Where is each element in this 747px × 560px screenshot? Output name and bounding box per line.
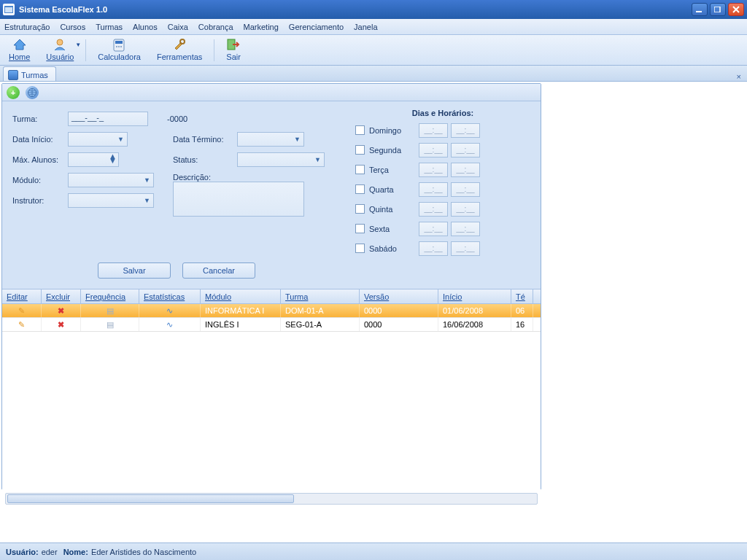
day-checkbox[interactable] bbox=[355, 145, 365, 155]
menu-turmas[interactable]: Turmas bbox=[96, 23, 123, 31]
grid-cell: 16 bbox=[511, 318, 533, 331]
grid-cell[interactable]: ▤ bbox=[81, 304, 139, 317]
grid-cell[interactable]: ✎ bbox=[2, 318, 42, 331]
day-checkbox[interactable] bbox=[355, 184, 365, 194]
svg-rect-3 bbox=[714, 7, 720, 12]
time-to-input[interactable]: __:__ bbox=[451, 163, 480, 177]
grid-cell[interactable]: ∿ bbox=[139, 318, 201, 331]
globe-button[interactable] bbox=[26, 86, 39, 99]
day-label: Sabádo bbox=[369, 244, 416, 253]
menu-caixa[interactable]: Caixa bbox=[168, 23, 188, 31]
day-row: Sabádo __:__ __:__ bbox=[355, 238, 530, 258]
turma-label: Turma: bbox=[12, 114, 68, 123]
toolbar-ferramentas[interactable]: Ferramentas bbox=[152, 37, 206, 63]
maximize-button[interactable] bbox=[710, 3, 726, 16]
grid-header[interactable]: Té bbox=[511, 289, 533, 303]
grid-header[interactable]: Módulo bbox=[201, 289, 281, 303]
descricao-input[interactable] bbox=[173, 182, 304, 217]
time-to-input[interactable]: __:__ bbox=[451, 182, 480, 197]
day-checkbox[interactable] bbox=[355, 224, 365, 233]
day-label: Domingo bbox=[369, 126, 416, 135]
chevron-down-icon: ▼ bbox=[314, 156, 321, 163]
grid-cell[interactable]: ✖ bbox=[42, 304, 81, 317]
table-row[interactable]: ✎✖▤∿INFORMÁTICA IDOM-01-A000001/06/20080… bbox=[2, 304, 541, 318]
menu-cursos[interactable]: Cursos bbox=[60, 23, 85, 31]
day-checkbox[interactable] bbox=[355, 125, 365, 135]
svg-marker-6 bbox=[14, 39, 26, 50]
cancelar-button[interactable]: Cancelar bbox=[182, 262, 255, 279]
grid-cell[interactable]: ✎ bbox=[2, 304, 42, 317]
grid-header[interactable]: Excluir bbox=[42, 289, 81, 303]
toolbar-calculadora[interactable]: Calculadora bbox=[93, 37, 145, 63]
time-to-input[interactable]: __:__ bbox=[451, 241, 480, 256]
day-checkbox[interactable] bbox=[355, 204, 365, 214]
instrutor-input[interactable]: ▼ bbox=[68, 193, 154, 208]
grid-cell[interactable]: ∿ bbox=[139, 304, 201, 317]
turma-input[interactable]: ___-__-_ bbox=[68, 112, 148, 126]
menu-gerenciamento[interactable]: Gerenciamento bbox=[289, 23, 344, 31]
time-to-input[interactable]: __:__ bbox=[451, 202, 480, 217]
grid-cell[interactable]: ▤ bbox=[81, 318, 139, 331]
grid-cell[interactable]: ✖ bbox=[42, 318, 81, 331]
data-termino-label: Data Término: bbox=[173, 135, 237, 144]
menu-estruturacao[interactable]: Estruturação bbox=[4, 23, 50, 31]
modulo-label: Módulo: bbox=[12, 176, 68, 184]
svg-point-13 bbox=[180, 39, 185, 44]
max-alunos-input[interactable]: ▲▼ bbox=[68, 152, 119, 167]
grid-cell: 06 bbox=[511, 304, 533, 317]
time-from-input[interactable]: __:__ bbox=[419, 163, 448, 177]
menu-marketing[interactable]: Marketing bbox=[244, 23, 279, 31]
time-from-input[interactable]: __:__ bbox=[419, 143, 448, 158]
grid-header[interactable]: Frequência bbox=[81, 289, 139, 303]
day-checkbox[interactable] bbox=[355, 244, 365, 253]
minimize-button[interactable] bbox=[692, 3, 708, 16]
time-to-input[interactable]: __:__ bbox=[451, 123, 480, 138]
close-button[interactable] bbox=[728, 3, 744, 16]
grid-cell: 16/06/2008 bbox=[438, 318, 511, 331]
time-from-input[interactable]: __:__ bbox=[419, 123, 448, 138]
time-from-input[interactable]: __:__ bbox=[419, 241, 448, 256]
frequencia-icon[interactable]: ▤ bbox=[107, 306, 114, 316]
status-input[interactable]: ▼ bbox=[237, 152, 325, 167]
data-termino-input[interactable]: ▼ bbox=[237, 132, 304, 147]
frequencia-icon[interactable]: ▤ bbox=[107, 320, 114, 330]
delete-icon[interactable]: ✖ bbox=[58, 306, 64, 316]
toolbar-usuario[interactable]: Usuário ▼ bbox=[42, 37, 78, 63]
modulo-input[interactable]: ▼ bbox=[68, 173, 154, 187]
time-from-input[interactable]: __:__ bbox=[419, 202, 448, 217]
time-to-input[interactable]: __:__ bbox=[451, 143, 480, 158]
edit-icon[interactable]: ✎ bbox=[18, 320, 25, 330]
time-from-input[interactable]: __:__ bbox=[419, 182, 448, 197]
grid-header[interactable]: Turma bbox=[281, 289, 360, 303]
grid-cell: DOM-01-A bbox=[281, 304, 360, 317]
time-to-input[interactable]: __:__ bbox=[451, 222, 480, 236]
menu-janela[interactable]: Janela bbox=[354, 23, 377, 31]
toolbar-home[interactable]: Home bbox=[4, 37, 34, 63]
data-inicio-input[interactable]: ▼ bbox=[68, 132, 128, 147]
grid-cell: 0000 bbox=[360, 304, 438, 317]
time-from-input[interactable]: __:__ bbox=[419, 222, 448, 236]
menu-cobranca[interactable]: Cobrança bbox=[198, 23, 233, 31]
delete-icon[interactable]: ✖ bbox=[58, 320, 64, 330]
table-row[interactable]: ✎✖▤∿INGLÊS ISEG-01-A000016/06/200816 bbox=[2, 318, 541, 332]
grid-header[interactable]: Versão bbox=[360, 289, 438, 303]
separator bbox=[214, 39, 214, 61]
menu-alunos[interactable]: Alunos bbox=[133, 23, 158, 31]
toolbar-sair[interactable]: Sair bbox=[222, 37, 245, 63]
panel-header: + bbox=[2, 84, 541, 101]
grid-header[interactable]: Estatísticas bbox=[139, 289, 201, 303]
salvar-button[interactable]: Salvar bbox=[98, 262, 171, 279]
edit-icon[interactable]: ✎ bbox=[18, 306, 25, 316]
chevron-down-icon: ▼ bbox=[144, 176, 150, 184]
day-checkbox[interactable] bbox=[355, 165, 365, 174]
tab-close-button[interactable]: × bbox=[731, 72, 747, 81]
grid-header[interactable]: Início bbox=[438, 289, 511, 303]
add-button[interactable]: + bbox=[7, 86, 20, 99]
horizontal-scrollbar[interactable] bbox=[5, 493, 538, 505]
status-usuario-value: eder bbox=[42, 548, 58, 556]
grid-header[interactable]: Editar bbox=[2, 289, 42, 303]
tab-turmas[interactable]: Turmas bbox=[3, 66, 56, 81]
stats-icon[interactable]: ∿ bbox=[166, 306, 173, 316]
stats-icon[interactable]: ∿ bbox=[166, 320, 173, 330]
status-nome-value: Eder Aristides do Nascimento bbox=[91, 548, 196, 556]
